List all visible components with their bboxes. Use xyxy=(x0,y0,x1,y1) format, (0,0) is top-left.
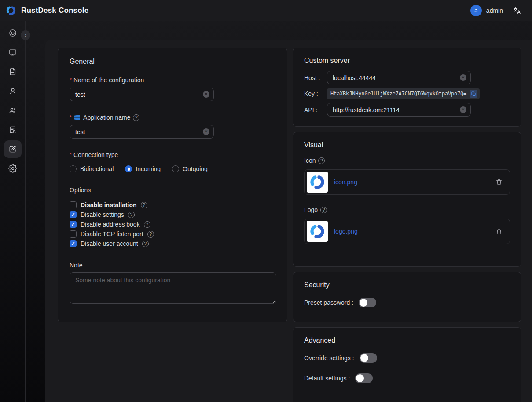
help-icon[interactable]: ? xyxy=(147,231,154,238)
username: admin xyxy=(486,7,503,14)
host-label: Host : xyxy=(304,74,327,81)
host-input[interactable] xyxy=(327,71,471,84)
app-name-label-text: Application name xyxy=(83,114,130,121)
checkbox-label: Disable installation xyxy=(81,201,137,208)
preset-password-label: Preset password : xyxy=(304,299,353,306)
avatar[interactable]: a xyxy=(470,5,482,16)
connection-type-label: * Connection type xyxy=(70,151,275,159)
users-icon xyxy=(8,106,17,115)
config-name-label-text: Name of the configuration xyxy=(73,77,144,84)
help-icon[interactable]: ? xyxy=(133,114,139,121)
note-label-text: Note xyxy=(70,262,83,269)
sidebar xyxy=(0,21,26,402)
app-name-input[interactable] xyxy=(70,125,214,139)
preset-password-toggle[interactable] xyxy=(359,298,376,307)
help-icon[interactable]: ? xyxy=(144,221,150,228)
checkbox-label: Disable TCP listen port xyxy=(81,230,143,238)
checkbox-icon: ✓ xyxy=(70,201,77,208)
sidebar-item-logs[interactable] xyxy=(4,121,22,139)
host-input-wrap: ✕ xyxy=(327,71,471,84)
app-title: RustDesk Console xyxy=(21,6,88,15)
note-textarea[interactable] xyxy=(70,272,276,304)
gear-icon xyxy=(8,164,17,173)
windows-icon xyxy=(73,114,81,121)
logo-thumbnail xyxy=(307,221,328,242)
radio-bidirectional[interactable]: Bidirectional xyxy=(70,165,114,172)
custom-server-title: Custom server xyxy=(304,57,510,65)
key-value-chip: HtaXBkJNHyn0e1U1jWXze7A7CN7QTGWqxkOtpaVp… xyxy=(327,88,480,99)
logo-file-link[interactable]: logo.png xyxy=(334,228,358,235)
document-icon xyxy=(8,67,17,76)
icon-label-text: Icon xyxy=(304,157,316,164)
required-mark: * xyxy=(70,76,72,84)
default-settings-row: Default settings : xyxy=(304,373,510,383)
radio-icon xyxy=(172,165,179,172)
check-icon: ✓ xyxy=(71,222,75,227)
rustdesk-logo-icon xyxy=(308,173,326,191)
checkbox-disable-tcp-listen-port[interactable]: ✓ Disable TCP listen port ? xyxy=(70,230,275,238)
app-name-input-wrap: ✕ xyxy=(70,125,214,139)
clear-icon[interactable]: ✕ xyxy=(460,106,466,113)
sidebar-item-users[interactable] xyxy=(4,82,22,100)
checkbox-disable-user-account[interactable]: ✓ Disable user account ? xyxy=(70,240,275,248)
copy-icon[interactable] xyxy=(470,90,477,98)
security-title: Security xyxy=(304,281,510,289)
trash-icon[interactable] xyxy=(495,179,503,186)
user-menu[interactable]: a admin xyxy=(470,5,503,16)
logo-label-text: Logo xyxy=(304,206,318,213)
trash-icon[interactable] xyxy=(495,228,503,235)
sidebar-expand-button[interactable]: › xyxy=(21,30,30,40)
override-settings-label: Override settings : xyxy=(304,354,354,362)
key-row: Key : HtaXBkJNHyn0e1U1jWXze7A7CN7QTGWqxk… xyxy=(304,88,510,99)
help-icon[interactable]: ? xyxy=(320,207,327,213)
default-settings-toggle[interactable] xyxy=(355,373,373,383)
logo-label: Logo ? xyxy=(304,206,510,213)
help-icon[interactable]: ? xyxy=(318,157,325,164)
radio-label: Incoming xyxy=(136,165,161,172)
api-input[interactable] xyxy=(327,103,471,117)
key-value: HtaXBkJNHyn0e1U1jWXze7A7CN7QTGWqxkOtpaVp… xyxy=(330,91,466,97)
help-icon[interactable]: ? xyxy=(141,202,147,208)
radio-label: Bidirectional xyxy=(80,165,114,172)
checkbox-disable-address-book[interactable]: ✓ Disable address book ? xyxy=(70,221,275,228)
key-label: Key : xyxy=(304,90,327,97)
radio-outgoing[interactable]: Outgoing xyxy=(172,165,208,172)
right-column: Custom server Host : ✕ Key : HtaXBkJNHyn… xyxy=(293,48,521,402)
sidebar-item-audit[interactable] xyxy=(4,63,22,80)
sidebar-item-devices[interactable] xyxy=(4,44,22,61)
advanced-title: Advanced xyxy=(304,336,510,344)
api-row: API : ✕ xyxy=(304,103,510,117)
document-person-icon xyxy=(8,125,17,134)
sidebar-item-custom-client[interactable] xyxy=(4,140,22,158)
check-icon: ✓ xyxy=(71,241,75,246)
help-icon[interactable]: ? xyxy=(142,241,149,247)
custom-server-card: Custom server Host : ✕ Key : HtaXBkJNHyn… xyxy=(293,48,521,127)
topbar: RustDesk Console a admin xyxy=(0,0,532,21)
app-name-label: * Application name ? xyxy=(70,113,275,121)
override-settings-toggle[interactable] xyxy=(360,353,377,363)
user-icon xyxy=(8,87,17,95)
visual-title: Visual xyxy=(304,141,510,149)
radio-label: Outgoing xyxy=(183,165,208,172)
radio-incoming[interactable]: Incoming xyxy=(125,165,161,172)
icon-file-link[interactable]: icon.png xyxy=(334,179,357,186)
icon-thumbnail xyxy=(307,172,328,193)
checkbox-label: Disable settings xyxy=(81,211,124,218)
sidebar-item-groups[interactable] xyxy=(4,102,22,119)
checkbox-icon: ✓ xyxy=(70,240,77,247)
sidebar-item-settings[interactable] xyxy=(4,160,22,177)
checkbox-disable-settings[interactable]: ✓ Disable settings ? xyxy=(70,211,275,219)
help-icon[interactable]: ? xyxy=(128,212,135,218)
language-translate-icon[interactable] xyxy=(513,6,521,15)
config-name-input[interactable] xyxy=(70,88,214,101)
shell: › General * Name of the configuration ✕ … xyxy=(0,21,532,402)
topbar-right: a admin xyxy=(470,5,521,16)
checkbox-disable-installation[interactable]: ✓ Disable installation ? xyxy=(70,201,275,209)
options-list: ✓ Disable installation ? ✓ Disable setti… xyxy=(70,201,275,248)
note-label: Note xyxy=(70,262,275,269)
api-input-wrap: ✕ xyxy=(327,103,471,117)
sidebar-item-dashboard[interactable] xyxy=(4,24,22,42)
clear-icon[interactable]: ✕ xyxy=(460,74,466,81)
checkbox-icon: ✓ xyxy=(70,230,77,238)
rustdesk-logo-icon xyxy=(5,5,17,16)
